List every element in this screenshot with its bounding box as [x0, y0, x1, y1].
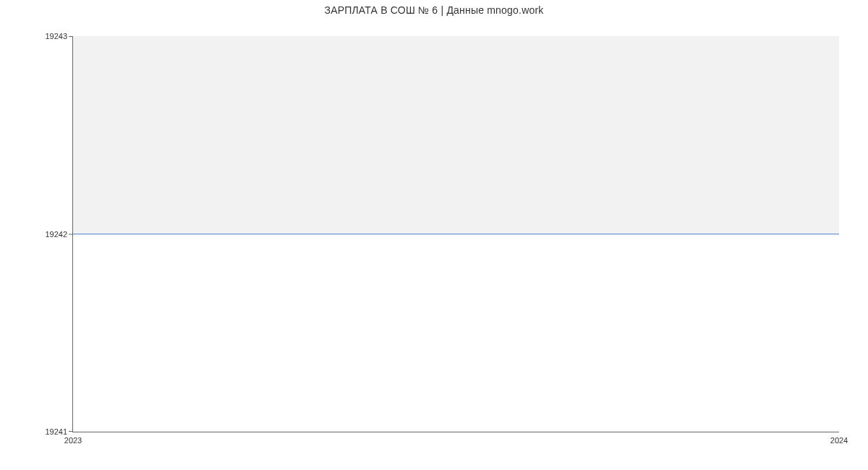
y-tick — [69, 234, 73, 234]
x-tick-label: 2024 — [830, 436, 848, 445]
chart-title: ЗАРПЛАТА В СОШ № 6 | Данные mnogo.work — [0, 4, 868, 16]
y-tick-label: 19243 — [45, 32, 67, 40]
plot-area: 19243 19242 19241 2023 2024 — [72, 36, 839, 432]
x-tick-label: 2023 — [64, 436, 82, 445]
y-tick — [69, 36, 73, 37]
y-tick — [69, 431, 73, 432]
series-area-fill — [73, 36, 839, 234]
chart-container: ЗАРПЛАТА В СОШ № 6 | Данные mnogo.work 1… — [0, 0, 868, 470]
series-line — [73, 234, 839, 234]
y-tick-label: 19242 — [45, 230, 67, 239]
y-tick-label: 19241 — [45, 427, 67, 436]
